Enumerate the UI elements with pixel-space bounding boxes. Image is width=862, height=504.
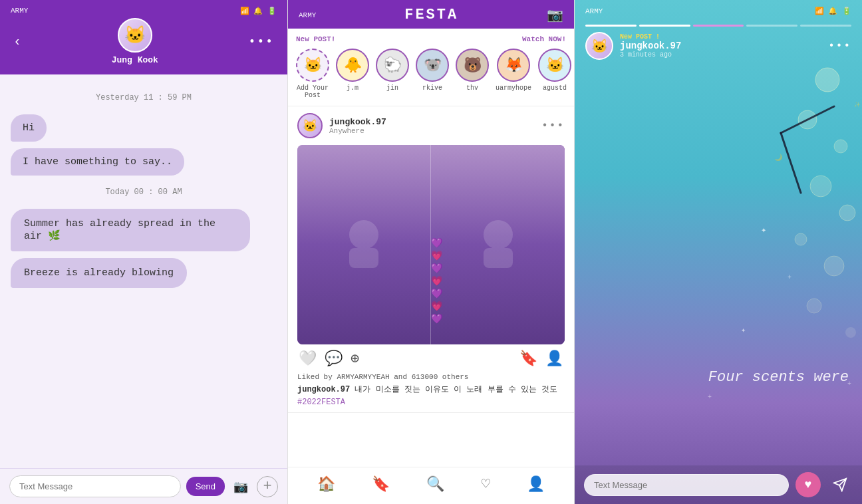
post-actions-right: 🔖 👤: [519, 350, 563, 368]
more-button[interactable]: •••: [246, 33, 277, 51]
post-caption: jungkook.97 내가 미소를 짓는 이유도 이 노래 부를 수 있는 것…: [297, 384, 565, 395]
message-bubble-breeze: Breeze is already blowing: [11, 258, 187, 288]
post-user-info: 🐱 jungkook.97 Anywhere: [297, 113, 386, 138]
story-item-agustd[interactable]: 🐱 agustd: [538, 49, 571, 92]
post-image-left: [297, 145, 431, 344]
story-item-uarmyhope[interactable]: 🦊 uarmyhope: [496, 49, 531, 92]
story-user-avatar: 🐱: [585, 32, 613, 60]
post-actions-left: 🤍 💬 ⊕: [299, 350, 359, 368]
post-location: Anywhere: [329, 127, 386, 135]
story-heart-button[interactable]: ♥: [795, 472, 821, 497]
story-item-thv[interactable]: 🐻 thv: [456, 49, 489, 92]
new-post-label: New POST!: [296, 35, 335, 43]
story-name-thv: thv: [466, 84, 478, 92]
post-user-details: jungkook.97 Anywhere: [329, 117, 386, 135]
liked-by: Liked by ARMYARMYYEAH and 613000 others: [297, 373, 565, 381]
stories-bar: New POST! Watch NOW! 🐱 Add Your Post 🐥 j…: [288, 29, 574, 106]
story-more-button[interactable]: •••: [828, 40, 851, 52]
feed-navigation: 🏠 🔖 🔍 ♡ 👤: [288, 467, 574, 504]
story-avatar-uarmyhope: 🦊: [497, 49, 530, 82]
nav-home-icon[interactable]: 🏠: [317, 475, 335, 493]
message-bubble-summer: Summer has already spread in the air 🌿: [11, 209, 250, 251]
post-header: 🐱 jungkook.97 Anywhere •••: [297, 113, 565, 138]
caption-text: 내가 미소를 짓는 이유도 이 노래 부를 수 있는 것도: [350, 385, 557, 394]
story-name-uarmyhope: uarmyhope: [496, 84, 531, 92]
send-button[interactable]: Send: [186, 477, 225, 496]
post-container: 🐱 jungkook.97 Anywhere •••: [288, 106, 574, 413]
post-hearts: 💜 💗 💜 💗 💜 💗 💜: [431, 237, 442, 324]
post-more-button[interactable]: •••: [541, 120, 565, 132]
header-controls: ‹ 🐱 Jung Kook •••: [11, 18, 277, 65]
nav-bookmark-icon[interactable]: 🔖: [372, 475, 390, 493]
feed-status-left: ARMY: [299, 11, 316, 19]
story-name-add: Add Your Post: [296, 84, 329, 99]
nav-heart-icon[interactable]: ♡: [482, 475, 490, 493]
contact-info: 🐱 Jung Kook: [112, 18, 158, 65]
post-actions: 🤍 💬 ⊕ 🔖 👤: [297, 344, 565, 373]
story-content: Four scents were: [575, 65, 862, 465]
svg-point-2: [484, 220, 513, 249]
story-item-jin[interactable]: 🐑 jin: [376, 49, 409, 92]
timestamp-today: Today 00 : 00 AM: [11, 188, 277, 197]
status-bar-right: 📶 🔔 🔋: [240, 7, 277, 15]
messages-body: Yesterday 11 : 59 PM Hi I have something…: [0, 74, 287, 468]
bookmark-button[interactable]: 🔖: [519, 350, 537, 368]
story-time: 3 minutes ago: [620, 51, 681, 59]
post-username: jungkook.97: [329, 117, 386, 127]
story-item-add[interactable]: 🐱 Add Your Post: [296, 49, 329, 99]
contact-name: Jung Kook: [112, 55, 158, 65]
feed-panel: ARMY FESTA 📷 New POST! Watch NOW! 🐱 Add …: [287, 0, 575, 504]
story-item-jm[interactable]: 🐥 j.m: [336, 49, 369, 92]
story-avatar-add: 🐱: [296, 49, 329, 82]
story-avatar-thv: 🐻: [456, 49, 489, 82]
story-status-left: ARMY: [585, 7, 603, 15]
story-avatar-jm: 🐥: [336, 49, 369, 82]
nav-profile-icon[interactable]: 👤: [527, 475, 545, 493]
post-hashtag: #2022FESTA: [297, 398, 565, 407]
story-status-right: 📶 🔔 🔋: [815, 7, 851, 15]
svg-rect-1: [349, 248, 378, 268]
story-input-bar: ♥: [575, 465, 862, 504]
camera-button[interactable]: 📷: [230, 476, 251, 497]
messages-header: ARMY 📶 🔔 🔋 ‹ 🐱 Jung Kook •••: [0, 0, 287, 74]
svg-rect-3: [484, 248, 513, 268]
message-input[interactable]: [9, 475, 181, 497]
profile-button[interactable]: 👤: [545, 350, 563, 368]
post-image: 💜 💗 💜 💗 💜 💗 💜: [297, 145, 565, 344]
feed-title: FESTA: [404, 7, 458, 23]
add-button[interactable]: +: [257, 476, 278, 497]
story-name-rkive: rkive: [422, 84, 442, 92]
story-name-jm: j.m: [347, 84, 359, 92]
message-bubble-hi: Hi: [11, 114, 47, 142]
story-item-rkive[interactable]: 🐨 rkive: [416, 49, 449, 92]
watch-now-label: Watch NOW!: [522, 35, 566, 43]
comment-button[interactable]: 💬: [325, 350, 343, 368]
back-button[interactable]: ‹: [11, 31, 24, 52]
svg-point-0: [349, 220, 378, 249]
story-avatar-emoji: 🐱: [591, 38, 608, 55]
message-input-bar: Send 📷 +: [0, 468, 287, 504]
story-message-input[interactable]: [584, 474, 789, 496]
story-new-post-label: New POST !: [620, 33, 681, 41]
story-progress-bars: [575, 21, 862, 27]
caption-username: jungkook.97: [297, 385, 350, 394]
avatar-emoji: 🐱: [124, 25, 146, 46]
status-bar-left: ARMY: [11, 7, 28, 15]
share-button[interactable]: ⊕: [351, 350, 359, 368]
like-button[interactable]: 🤍: [299, 350, 317, 368]
feed-camera-icon[interactable]: 📷: [547, 7, 563, 23]
post-avatar: 🐱: [297, 113, 323, 138]
story-text-line: Four scents were: [708, 369, 849, 386]
story-panel: ✦ + ✦ + + 🌙 ✨ ARMY 📶 🔔 🔋 🐱 New POST ! ju…: [575, 0, 862, 504]
story-avatar-agustd: 🐱: [538, 49, 571, 82]
story-send-button[interactable]: [827, 472, 853, 497]
message-bubble-something: I have something to say..: [11, 148, 184, 176]
story-name-jin: jin: [386, 84, 398, 92]
story-user-bar: 🐱 New POST ! jungkook.97 3 minutes ago •…: [575, 27, 862, 65]
story-avatar-rkive: 🐨: [416, 49, 449, 82]
post-image-right: [431, 145, 565, 344]
stories-labels: New POST! Watch NOW!: [296, 35, 566, 43]
story-username: jungkook.97: [620, 41, 681, 51]
nav-search-icon[interactable]: 🔍: [426, 475, 444, 493]
feed-header: ARMY FESTA 📷: [288, 0, 574, 29]
